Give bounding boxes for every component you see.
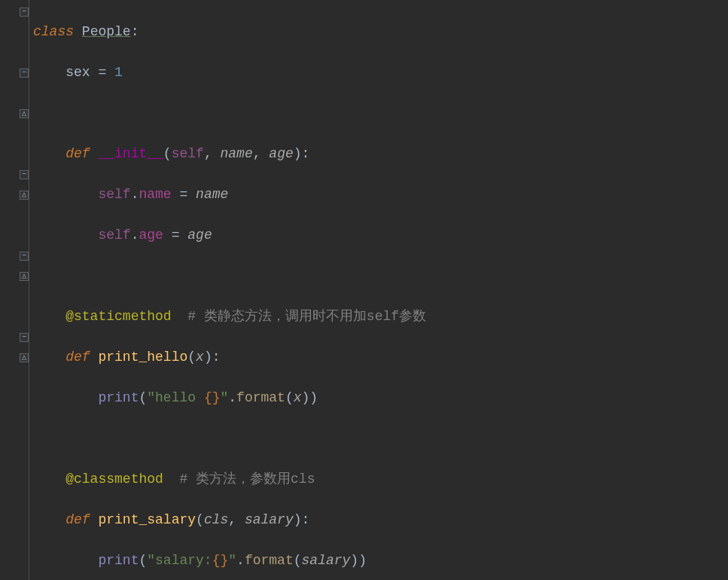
code-line xyxy=(33,266,728,286)
fold-icon[interactable]: − xyxy=(20,252,29,261)
code-editor[interactable]: − − △ − △ − △ − △ class People: sex = 1 … xyxy=(0,0,728,580)
code-line: def print_salary(cls, salary): xyxy=(33,510,728,530)
gutter: − − △ − △ − △ − △ xyxy=(0,0,33,580)
code-line: sex = 1 xyxy=(33,63,728,83)
code-line: def print_hello(x): xyxy=(33,347,728,368)
code-line xyxy=(33,429,728,449)
code-line: self.age = age xyxy=(33,225,728,246)
code-line: @staticmethod # 类静态方法，调用时不用加self参数 xyxy=(33,307,728,327)
fold-end-icon[interactable]: △ xyxy=(20,353,29,362)
fold-end-icon[interactable]: △ xyxy=(20,191,29,200)
code-line xyxy=(33,103,728,124)
code-line: def __init__(self, name, age): xyxy=(33,144,728,164)
code-line: @classmethod # 类方法，参数用cls xyxy=(33,469,728,490)
fold-icon[interactable]: − xyxy=(20,8,29,17)
code-area[interactable]: class People: sex = 1 def __init__(self,… xyxy=(33,0,728,580)
code-line: print("salary:{}".format(salary)) xyxy=(33,551,728,571)
code-line: class People: xyxy=(33,22,728,42)
code-line: self.name = name xyxy=(33,185,728,205)
fold-icon[interactable]: − xyxy=(20,170,29,179)
code-line: print("hello {}".format(x)) xyxy=(33,388,728,408)
fold-icon[interactable]: − xyxy=(20,333,29,342)
fold-icon[interactable]: − xyxy=(20,69,29,78)
fold-end-icon[interactable]: △ xyxy=(20,272,29,281)
fold-end-icon[interactable]: △ xyxy=(20,109,29,118)
